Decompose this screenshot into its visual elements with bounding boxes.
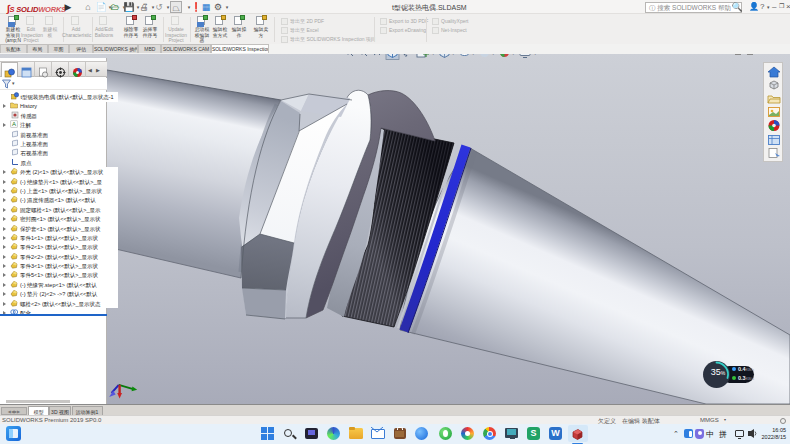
svg-text:A: A [12,121,16,127]
